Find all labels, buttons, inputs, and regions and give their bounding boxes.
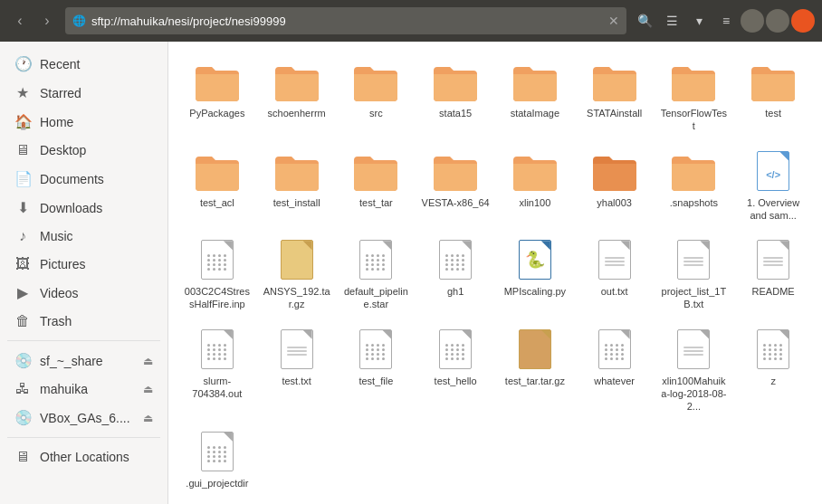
data-file-icon-slurm xyxy=(194,328,241,371)
sidebar-item-downloads[interactable]: ⬇ Downloads xyxy=(4,194,164,222)
sf-share-icon: 💿 xyxy=(14,352,31,369)
file-item-test-tar[interactable]: test_tar xyxy=(339,142,415,228)
sidebar-item-pictures[interactable]: 🖼 Pictures xyxy=(4,251,164,278)
sidebar-item-starred[interactable]: ★ Starred xyxy=(4,79,164,107)
file-item-readme[interactable]: README xyxy=(735,231,811,317)
forward-button[interactable]: › xyxy=(34,8,60,33)
text-file-icon-xlin100-log xyxy=(670,328,717,371)
sidebar-item-videos[interactable]: ▶ Videos xyxy=(4,279,164,307)
back-button[interactable]: ‹ xyxy=(7,8,33,33)
file-item-pipeline[interactable]: default_pipeline.star xyxy=(339,231,415,317)
sidebar-item-home[interactable]: 🏠 Home xyxy=(4,108,164,136)
file-name-gui-projectdir: .gui_projectdir xyxy=(186,477,248,490)
archive-file-icon-test-tar-gz xyxy=(511,328,559,371)
vbox-icon: 💿 xyxy=(14,409,31,426)
folder-icon-src xyxy=(352,60,399,103)
address-clear-button[interactable]: ✕ xyxy=(608,14,619,28)
text-file-icon-readme xyxy=(750,238,797,281)
view-button[interactable]: ☰ xyxy=(659,8,684,33)
data-file-icon-gui-projectdir xyxy=(194,430,241,473)
address-bar[interactable]: 🌐 sftp://mahuika/nesi/project/nesi99999 … xyxy=(65,7,626,34)
file-item-gh1[interactable]: gh1 xyxy=(417,231,493,317)
file-name-schoenherrm: schoenherrm xyxy=(268,107,326,119)
file-item-slurm[interactable]: slurm-704384.out xyxy=(179,320,255,419)
music-icon: ♪ xyxy=(14,228,31,244)
sidebar-item-other[interactable]: 🖥 Other Locations xyxy=(4,443,164,471)
documents-icon: 📄 xyxy=(14,170,31,187)
file-name-mpiscaling: MPIscaling.py xyxy=(504,285,566,298)
sort-button[interactable]: ▾ xyxy=(686,8,712,33)
sidebar-item-documents[interactable]: 📄 Documents xyxy=(4,165,164,193)
file-name-test-file: test_file xyxy=(358,375,393,387)
sidebar-label-mahuika: mahuika xyxy=(40,382,88,396)
sidebar-item-music[interactable]: ♪ Music xyxy=(4,223,164,250)
file-item-mpiscaling[interactable]: 🐍 MPIscaling.py xyxy=(497,231,573,317)
menu-button[interactable]: ≡ xyxy=(713,8,739,33)
file-item-snapshots[interactable]: .snapshots xyxy=(656,142,732,228)
sidebar-label-desktop: Desktop xyxy=(40,143,86,157)
data-file-icon-gh1 xyxy=(432,238,479,281)
file-name-z: z xyxy=(770,375,776,387)
file-item-yhal003[interactable]: yhal003 xyxy=(577,142,653,228)
folder-icon-test-acl xyxy=(194,149,241,193)
file-item-stata15[interactable]: stata15 xyxy=(417,52,493,138)
maximize-button[interactable]: □ xyxy=(766,9,789,33)
text-file-icon-project-list xyxy=(670,238,717,281)
titlebar-actions: 🔍 ☰ ▾ ≡ — □ ✕ xyxy=(632,8,815,33)
file-item-xlin100-log[interactable]: xlin100Mahuika-log-2018-08-2... xyxy=(656,320,732,419)
file-item-test-install[interactable]: test_install xyxy=(259,142,335,228)
file-name-snapshots: .snapshots xyxy=(670,196,718,209)
file-item-gui-projectdir[interactable]: .gui_projectdir xyxy=(179,423,255,495)
file-item-src[interactable]: src xyxy=(339,52,415,138)
text-file-icon-test-txt xyxy=(273,328,320,371)
sidebar-item-mahuika[interactable]: 🖧 mahuika ⏏ xyxy=(4,376,164,403)
file-name-test-hello: test_hello xyxy=(435,375,477,387)
file-item-whatever[interactable]: whatever xyxy=(577,320,653,419)
file-item-overview[interactable]: </> 1. Overview and sam... xyxy=(735,142,811,228)
mahuika-eject-icon[interactable]: ⏏ xyxy=(143,383,153,395)
close-button[interactable]: ✕ xyxy=(791,9,815,33)
file-name-ansys: ANSYS_192.tar.gz xyxy=(263,285,331,311)
file-item-out-txt[interactable]: out.txt xyxy=(577,231,653,317)
file-item-test-tar-gz[interactable]: test_tar.tar.gz xyxy=(497,320,573,419)
file-item-project-list[interactable]: project_list_1TB.txt xyxy=(656,231,732,317)
sidebar-divider-2 xyxy=(7,437,160,438)
sidebar-label-recent: Recent xyxy=(40,57,80,71)
file-item-pypackages[interactable]: PyPackages xyxy=(179,52,255,138)
file-item-test-hello[interactable]: test_hello xyxy=(417,320,493,419)
file-item-test-acl[interactable]: test_acl xyxy=(179,142,255,228)
text-file-icon-out-txt xyxy=(591,238,638,281)
sidebar-item-trash[interactable]: 🗑 Trash xyxy=(4,308,164,335)
search-button[interactable]: 🔍 xyxy=(632,8,657,33)
folder-icon-pypackages xyxy=(194,60,241,103)
sidebar-label-music: Music xyxy=(40,229,73,243)
sidebar-label-documents: Documents xyxy=(40,172,104,186)
file-name-test-install: test_install xyxy=(273,196,320,209)
file-name-stata15: stata15 xyxy=(439,107,472,119)
minimize-button[interactable]: — xyxy=(741,9,764,33)
file-item-tensorflowtest[interactable]: TensorFlowTest xyxy=(656,52,732,138)
file-name-test-acl: test_acl xyxy=(200,196,234,209)
file-item-inp[interactable]: 003C2C4StressHalfFire.inp xyxy=(179,231,255,317)
file-name-readme: README xyxy=(752,285,795,298)
sidebar-item-vbox[interactable]: 💿 VBox_GAs_6.... ⏏ xyxy=(4,404,164,432)
file-item-stataimage[interactable]: stataImage xyxy=(497,52,573,138)
file-item-test-file[interactable]: test_file xyxy=(339,320,415,419)
sidebar-item-recent[interactable]: 🕐 Recent xyxy=(4,50,164,78)
sidebar-item-sf-share[interactable]: 💿 sf_~_share ⏏ xyxy=(4,347,164,375)
file-item-test-txt[interactable]: test.txt xyxy=(259,320,335,419)
folder-icon-snapshots xyxy=(670,149,717,193)
vbox-eject-icon[interactable]: ⏏ xyxy=(143,412,153,424)
sidebar-item-desktop[interactable]: 🖥 Desktop xyxy=(4,137,164,164)
trash-icon: 🗑 xyxy=(14,313,31,329)
file-item-statainstall[interactable]: STATAinstall xyxy=(577,52,653,138)
file-item-vesta[interactable]: VESTA-x86_64 xyxy=(417,142,493,228)
file-item-z[interactable]: z xyxy=(735,320,811,419)
sf-share-eject-icon[interactable]: ⏏ xyxy=(143,355,153,367)
sidebar-label-downloads: Downloads xyxy=(40,201,102,215)
file-item-ansys[interactable]: ANSYS_192.tar.gz xyxy=(259,231,335,317)
file-item-test[interactable]: test xyxy=(735,52,811,138)
file-item-schoenherrm[interactable]: schoenherrm xyxy=(259,52,335,138)
file-item-xlin100[interactable]: xlin100 xyxy=(497,142,573,228)
file-grid: PyPackages schoenherrm src stata15 xyxy=(179,52,811,495)
